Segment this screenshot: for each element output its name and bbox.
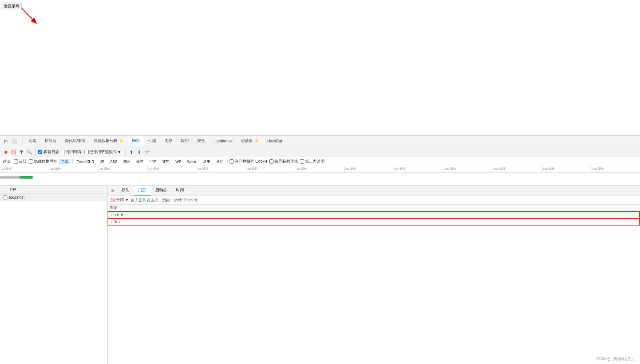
preserve-log-checkbox-label[interactable]: 保留日志	[38, 149, 59, 155]
filter-badge-icon: 🚫	[110, 198, 115, 202]
filter-js[interactable]: JS	[98, 159, 106, 164]
blocked-requests-label[interactable]: 被屏蔽的请求	[269, 159, 298, 164]
filter-media[interactable]: 媒体	[134, 159, 145, 164]
timeline-ruler: 10 毫秒 20 毫秒 30 毫秒 40 毫秒 50 毫秒 60 毫秒 70 毫…	[0, 166, 640, 173]
detail-panel: ✕ 标头 消息 启动器 时间 🚫 全部 ▼ 数据 ↑	[108, 186, 640, 364]
tick-90: 90 毫秒	[394, 166, 443, 172]
import-har-button[interactable]: ⬆	[128, 149, 135, 155]
tick-130: 130 毫秒	[591, 166, 640, 172]
message-text-hello: hello!	[113, 212, 123, 217]
request-item-localhost[interactable]: localhost	[0, 194, 107, 201]
network-timeline[interactable]: 10 毫秒 20 毫秒 30 毫秒 40 毫秒 50 毫秒 60 毫秒 70 毫…	[0, 166, 640, 186]
preserve-log-label: 保留日志	[44, 149, 59, 155]
disable-cache-checkbox[interactable]	[61, 150, 65, 154]
filter-all[interactable]: 全部	[59, 159, 70, 164]
request-item-checkbox[interactable]	[3, 195, 8, 199]
record-button[interactable]: ⏺	[3, 149, 9, 155]
message-list: ↑ hello! ↓ Hola	[108, 211, 640, 364]
detail-close-button[interactable]: ✕	[109, 186, 117, 196]
tick-120: 120 毫秒	[542, 166, 591, 172]
devtools-panel: ⊡ ⬜ 元素 控制台 源代码/来源 性能数据分析 ⚡ 网络 性能 内存 应用 安…	[0, 135, 640, 364]
export-har-button[interactable]: ⬇	[136, 149, 142, 155]
toolbar-divider-1	[35, 149, 36, 155]
tab-hackbar[interactable]: HackBar	[263, 136, 286, 147]
message-item-hello[interactable]: ↑ hello!	[108, 211, 640, 218]
devtools-tabs-bar: ⊡ ⬜ 元素 控制台 源代码/来源 性能数据分析 ⚡ 网络 性能 内存 应用 安…	[0, 136, 640, 147]
search-button[interactable]: 🔍	[26, 149, 33, 155]
filter-extra-options: 有已拦截的 Cookie 被屏蔽的请求 第三方请求	[230, 159, 325, 164]
svg-marker-2	[20, 151, 23, 154]
throttle-select[interactable]: 已停用节流模式 ▼	[83, 149, 123, 155]
tab-memory[interactable]: 内存	[161, 136, 176, 147]
filter-all-badge[interactable]: 🚫 全部 ▼	[110, 197, 129, 203]
filter-ws[interactable]: WS	[173, 159, 183, 164]
timeline-bars	[0, 173, 640, 186]
filter-manifest[interactable]: 清单	[201, 159, 212, 164]
disable-cache-label: 停用缓存	[66, 149, 82, 155]
filter-icon	[19, 150, 24, 154]
disable-cache-checkbox-label[interactable]: 停用缓存	[61, 149, 82, 155]
inspect-icon[interactable]: ⊡	[3, 138, 9, 145]
third-party-label-text: 第三方请求	[305, 159, 325, 164]
filter-img[interactable]: 图片	[121, 159, 132, 164]
message-text-hola: Hola	[113, 220, 122, 224]
blocked-cookies-label-text: 有已拦截的 Cookie	[235, 159, 268, 164]
filter-css[interactable]: CSS	[108, 159, 120, 164]
tick-70: 70 毫秒	[295, 166, 345, 172]
filter-fetch-xhr[interactable]: Fetch/XHR	[75, 159, 96, 164]
invert-checkbox[interactable]	[14, 159, 18, 164]
tick-30: 30 毫秒	[98, 166, 148, 172]
throttle-label: 已停用节流模式	[89, 149, 117, 155]
browser-content-area	[0, 0, 640, 135]
tab-console[interactable]: 控制台	[41, 136, 60, 147]
third-party-checkbox[interactable]	[300, 159, 304, 164]
received-arrow-icon: ↓	[110, 220, 112, 224]
tab-sources[interactable]: 源代码/来源	[61, 136, 89, 147]
invert-label: 反转	[19, 159, 27, 164]
detail-tab-initiator[interactable]: 启动器	[151, 186, 171, 196]
tab-network[interactable]: 网络	[128, 136, 144, 147]
message-item-hola[interactable]: ↓ Hola	[108, 218, 640, 226]
detail-tab-headers[interactable]: 标头	[117, 186, 134, 196]
status-label: CSDN @上海运维Q先生	[596, 357, 635, 361]
blocked-cookies-label[interactable]: 有已拦截的 Cookie	[230, 159, 268, 164]
preserve-log-checkbox[interactable]	[38, 150, 42, 154]
filter-doc[interactable]: 文档	[160, 159, 171, 164]
request-list-header: 名称	[0, 186, 107, 194]
detail-tab-messages[interactable]: 消息	[134, 186, 151, 196]
filter-wasm[interactable]: Wasm	[185, 159, 199, 164]
filter-button[interactable]	[18, 149, 25, 155]
tab-performance-insights[interactable]: 性能数据分析 ⚡	[90, 136, 127, 147]
filter-other[interactable]: 其他	[214, 159, 225, 164]
hide-data-url-checkbox-label[interactable]: 隐藏数据网址	[29, 159, 57, 164]
detail-tabs-bar: ✕ 标头 消息 启动器 时间	[108, 186, 640, 196]
invert-checkbox-label[interactable]: 反转	[14, 159, 27, 164]
detail-filter-input[interactable]	[131, 197, 637, 203]
throttle-checkbox[interactable]	[84, 150, 89, 154]
blocked-cookies-checkbox[interactable]	[230, 159, 234, 164]
toolbar-divider-2	[125, 149, 126, 155]
filter-bar: 过滤 反转 隐藏数据网址 全部 Fetch/XHR JS CSS 图片 媒体 字…	[0, 157, 640, 166]
tab-recorder[interactable]: 记录器 ⚡	[237, 136, 262, 147]
network-toolbar: ⏺ 🚫 🔍 保留日志 停用缓存 已停用节流模式 ▼ ⬆ ⬇	[0, 147, 640, 157]
clear-button[interactable]: 🚫	[10, 149, 17, 155]
tab-application[interactable]: 应用	[177, 136, 193, 147]
filter-font[interactable]: 字体	[147, 159, 158, 164]
tab-security[interactable]: 安全	[193, 136, 209, 147]
header-name-col: 名称	[9, 187, 16, 192]
hide-data-url-checkbox[interactable]	[29, 159, 33, 164]
filter-all-label: 全部	[116, 197, 124, 203]
filter-badge-dropdown: ▼	[125, 198, 129, 202]
blocked-requests-checkbox[interactable]	[269, 159, 274, 164]
tick-10: 10 毫秒	[0, 166, 49, 172]
tab-elements[interactable]: 元素	[24, 136, 40, 147]
wifi-icon	[145, 150, 149, 154]
detail-tab-timing[interactable]: 时间	[171, 186, 188, 196]
tab-performance[interactable]: 性能	[144, 136, 160, 147]
request-item-name: localhost	[9, 195, 24, 200]
tab-lighthouse[interactable]: Lighthouse	[210, 136, 237, 147]
third-party-label[interactable]: 第三方请求	[300, 159, 325, 164]
network-main-content: 名称 localhost ✕ 标头 消息 启动器 时间 🚫 全部	[0, 186, 640, 364]
device-icon[interactable]: ⬜	[11, 138, 18, 145]
network-settings-button[interactable]	[144, 149, 150, 155]
